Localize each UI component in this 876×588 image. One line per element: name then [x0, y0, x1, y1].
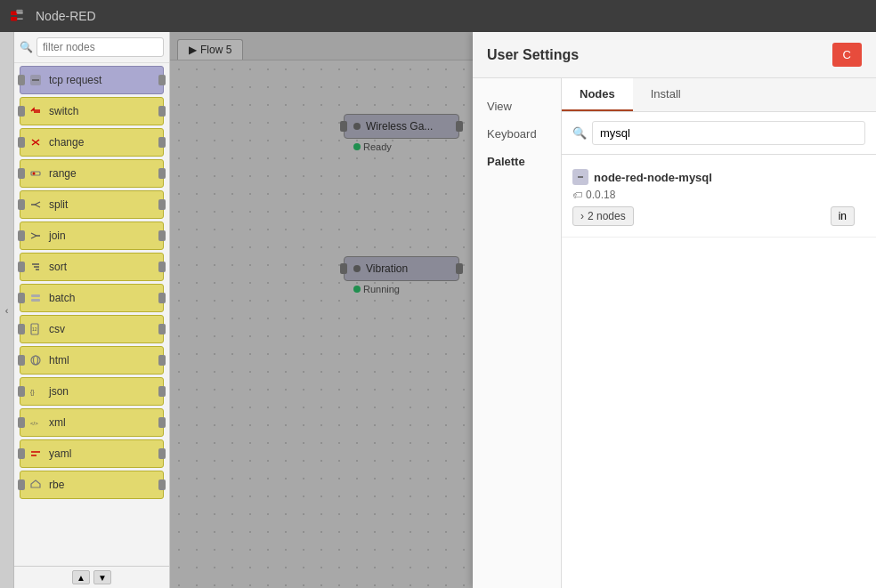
node-port-left	[18, 293, 25, 303]
node-json[interactable]: {} json	[20, 377, 164, 406]
node-label: json	[49, 385, 69, 398]
node-port-right	[158, 355, 166, 366]
node-port-left	[18, 106, 25, 117]
node-port-right	[158, 262, 166, 272]
node-icon-rbe	[28, 477, 44, 493]
node-port-left	[18, 479, 25, 490]
result-version: 🏷 0.0.18	[572, 189, 865, 201]
node-tcp-request[interactable]: tcp request	[20, 66, 164, 94]
node-list: tcp request switch change	[14, 63, 169, 566]
node-label: yaml	[49, 447, 71, 460]
modal-overlay: User Settings C View Keyboard Palette No…	[170, 32, 876, 588]
node-filter-bar: 🔍	[14, 32, 169, 63]
svg-text:12: 12	[32, 326, 37, 332]
node-icon-switch	[28, 103, 44, 119]
node-csv[interactable]: 12 csv	[20, 315, 164, 343]
modal-search-icon: 🔍	[572, 126, 587, 140]
app-title: Node-RED	[36, 9, 96, 23]
node-port-right	[158, 230, 166, 241]
node-switch[interactable]: switch	[20, 97, 164, 125]
node-port-left	[18, 168, 25, 179]
node-icon-change	[28, 134, 44, 150]
app-icon	[11, 7, 28, 25]
version-tag-icon: 🏷	[572, 189, 582, 200]
node-label: join	[49, 230, 66, 242]
node-range[interactable]: range	[20, 159, 164, 188]
svg-line-13	[31, 236, 36, 238]
scroll-up-button[interactable]: ▲	[72, 570, 90, 584]
node-port-left	[18, 75, 25, 85]
modal-sidebar-view[interactable]: View	[473, 93, 561, 120]
node-port-right	[158, 137, 166, 148]
node-xml[interactable]: </> xml	[20, 408, 164, 437]
scroll-down-button[interactable]: ▼	[93, 570, 111, 584]
node-split[interactable]: split	[20, 190, 164, 219]
modal-header: User Settings C	[473, 32, 876, 78]
node-icon-sort	[28, 259, 44, 275]
node-icon-tcp	[28, 72, 44, 88]
modal-sidebar-keyboard[interactable]: Keyboard	[473, 120, 561, 148]
node-label: batch	[49, 292, 75, 304]
result-install-button[interactable]: in	[831, 206, 855, 226]
node-port-left	[18, 355, 25, 366]
result-package-name: node-red-node-mysql	[594, 171, 712, 184]
node-yaml[interactable]: yaml	[20, 439, 164, 468]
node-join[interactable]: join	[20, 222, 164, 250]
modal-results: node-red-node-mysql 🏷 0.0.18 ›	[562, 155, 876, 588]
svg-line-10	[35, 202, 40, 205]
modal-content: Nodes Install 🔍	[562, 78, 876, 588]
result-item-mysql: node-red-node-mysql 🏷 0.0.18 ›	[562, 162, 876, 238]
node-change[interactable]: change	[20, 128, 164, 157]
node-port-left	[18, 262, 25, 272]
node-port-right	[158, 106, 166, 117]
node-rbe[interactable]: rbe	[20, 471, 164, 499]
node-icon-html	[28, 352, 44, 368]
node-icon-xml: </>	[28, 415, 44, 431]
node-icon-yaml	[28, 446, 44, 462]
node-html[interactable]: html	[20, 346, 164, 375]
sidebar-search-icon: 🔍	[20, 41, 33, 53]
modal-tab-install[interactable]: Install	[633, 78, 699, 111]
node-icon-join	[28, 228, 44, 244]
chevron-right-icon: ›	[580, 210, 584, 222]
node-label: switch	[49, 105, 78, 117]
svg-line-12	[31, 233, 36, 236]
node-port-left	[18, 199, 25, 210]
node-icon-range	[28, 165, 44, 181]
svg-point-22	[31, 356, 40, 365]
svg-rect-2	[11, 17, 17, 21]
node-icon-batch	[28, 290, 44, 306]
result-nodes-button[interactable]: › 2 nodes	[572, 206, 634, 226]
node-port-left	[18, 324, 25, 334]
svg-line-11	[35, 205, 40, 207]
node-label: xml	[49, 416, 66, 429]
node-port-right	[158, 199, 166, 210]
sidebar-scroll-arrows: ▲ ▼	[14, 566, 169, 588]
node-port-right	[158, 386, 166, 397]
modal-title: User Settings	[487, 47, 579, 63]
node-port-left	[18, 137, 25, 148]
modal-tab-nodes[interactable]: Nodes	[562, 78, 633, 111]
svg-point-23	[34, 356, 38, 365]
node-port-left	[18, 386, 25, 397]
svg-rect-0	[11, 12, 17, 16]
node-label: change	[49, 136, 84, 149]
node-icon-split	[28, 197, 44, 213]
modal-tabs: Nodes Install	[562, 78, 876, 112]
node-port-left	[18, 417, 25, 428]
modal-search-input[interactable]	[592, 121, 865, 145]
svg-rect-18	[31, 294, 40, 297]
node-port-left	[18, 230, 25, 241]
user-settings-modal: User Settings C View Keyboard Palette No…	[473, 32, 876, 588]
node-batch[interactable]: batch	[20, 284, 164, 312]
modal-sidebar: View Keyboard Palette	[473, 78, 562, 588]
svg-marker-28	[31, 480, 40, 487]
sidebar-collapse-button[interactable]: ‹	[0, 32, 14, 588]
node-port-right	[158, 293, 166, 303]
node-icon-csv: 12	[28, 321, 44, 337]
node-filter-input[interactable]	[36, 37, 164, 57]
modal-close-button[interactable]: C	[832, 43, 862, 67]
canvas-area: ▶ Flow 5 Wireless Ga... Ready	[170, 32, 876, 588]
modal-sidebar-palette[interactable]: Palette	[473, 148, 561, 175]
node-sort[interactable]: sort	[20, 253, 164, 281]
